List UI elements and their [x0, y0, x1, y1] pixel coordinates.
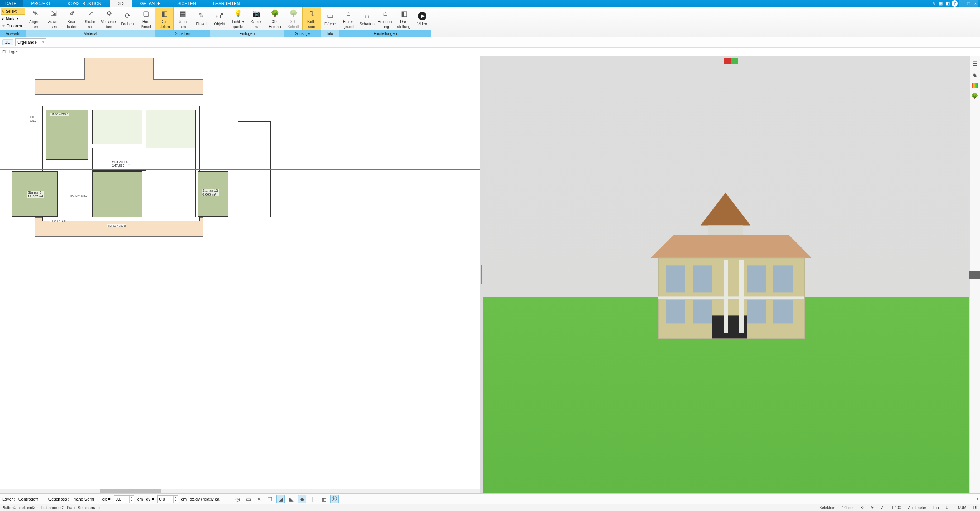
furniture-icon[interactable]: ♞	[971, 71, 979, 79]
room-label: Stanza 519,803 m²	[27, 191, 44, 198]
tool-icon[interactable]: ✎	[931, 0, 937, 7]
group-material: Material	[26, 30, 155, 36]
sonstige-button-0[interactable]: 🌳3D-Schnitt	[284, 7, 302, 30]
button-label: sen	[51, 25, 57, 29]
stack-icon[interactable]: ❐	[266, 495, 274, 503]
svg-marker-2	[701, 192, 750, 225]
abgrei-icon: ✎	[30, 9, 40, 19]
selection-column: ⬉Selekt ✔Mark.▾ ＋Optionen	[0, 7, 26, 30]
layer-label: Layer :	[2, 497, 15, 501]
sonstige-button-1[interactable]: ⇅Kolli-sion	[302, 7, 321, 30]
terrain-select[interactable]: Urgelände	[15, 38, 46, 46]
button-label: Kame-	[251, 20, 262, 24]
hinter-icon: ⌂	[344, 9, 354, 19]
button-label: tung	[382, 25, 389, 29]
material-button-4[interactable]: ✥Verschie-ben	[100, 7, 118, 30]
status-y: Y:	[871, 506, 874, 510]
room-label: Stanza 14147,857 m²	[111, 160, 131, 168]
floorplan-pane[interactable]: Stanza 14147,857 m² Stanza 519,803 m² St…	[0, 56, 480, 493]
north-icon[interactable]: Ⓝ	[330, 495, 339, 503]
menu-3d[interactable]: 3D	[110, 0, 132, 7]
einstellungen-button-2[interactable]: ⌂Beleuch-tung	[376, 7, 395, 30]
tree-icon[interactable]: 🌳	[971, 92, 979, 100]
schatten-icon: ⌂	[362, 11, 372, 21]
schatten-button-1[interactable]: ▤Rech-nen	[174, 7, 192, 30]
material-button-0[interactable]: ✎Abgrei-fen	[26, 7, 45, 30]
tool-icon[interactable]: ◧	[945, 0, 951, 7]
3d-view-pane[interactable]	[483, 56, 980, 493]
einfuegen-button-0[interactable]: 🛋Objekt	[210, 7, 229, 30]
material-button-3[interactable]: ⤢Skalie-ren	[81, 7, 100, 30]
status-rf: RF	[973, 506, 978, 510]
menu-projekt[interactable]: PROJEKT	[23, 0, 59, 7]
svg-rect-14	[773, 300, 793, 323]
schatten-button-2[interactable]: ✎Pinsel	[192, 7, 210, 30]
view-mode-3d[interactable]: 3D	[2, 39, 13, 45]
menu-konstruktion[interactable]: KONSTRUKTION	[59, 0, 109, 7]
shade2-icon[interactable]: ◣	[287, 495, 296, 503]
schatten-button-0[interactable]: ◧Dar-stellen	[155, 7, 174, 30]
close-icon[interactable]: ×	[972, 0, 978, 7]
relative-select[interactable]: dx,dy (relativ ka	[190, 497, 228, 501]
licht-icon: 💡	[233, 9, 243, 19]
button-label: stellen	[159, 25, 170, 29]
material-button-1[interactable]: ⇲Zuwei-sen	[45, 7, 63, 30]
dim-label: HARC = 260,0	[107, 224, 126, 227]
button-label: ra	[255, 25, 258, 29]
dx-input[interactable]: 0,0▲▼	[114, 495, 134, 503]
floorplan-canvas[interactable]: Stanza 14147,857 m² Stanza 519,803 m² St…	[0, 56, 480, 489]
button-label: Pinsel	[196, 22, 206, 26]
3d-viewport[interactable]	[483, 56, 980, 493]
button-label: Rech-	[178, 20, 188, 24]
einstellungen-button-4[interactable]: Video	[413, 7, 431, 30]
layers-icon[interactable]: ☰	[971, 60, 979, 68]
mark-button[interactable]: ✔Mark.▾	[1, 15, 25, 22]
einfuegen-button-3[interactable]: 🌳3D-Bitmap	[266, 7, 284, 30]
dy-input[interactable]: 0,0▲▼	[157, 495, 178, 503]
kolli-icon: ⇅	[307, 9, 317, 19]
tool-icon[interactable]: ▦	[938, 0, 944, 7]
button-label: Abgrei-	[29, 20, 41, 24]
colors-icon[interactable]	[972, 83, 978, 88]
button-label: Video	[417, 22, 427, 26]
guide-line	[0, 169, 480, 170]
status-bar: Platte <Unbekannt> L=Piattaforme G=Piano…	[0, 504, 980, 511]
minimize-icon[interactable]: –	[959, 0, 965, 7]
select-button[interactable]: ⬉Selekt	[1, 8, 25, 15]
grid-icon[interactable]: ▦	[319, 495, 328, 503]
geschoss-select[interactable]: Piano Semi	[73, 497, 99, 501]
palette-handle[interactable]	[969, 271, 980, 279]
more-icon[interactable]: ⋮	[341, 495, 349, 503]
einstellungen-button-3[interactable]: ◧Dar-stellung	[395, 7, 413, 30]
options-button[interactable]: ＋Optionen	[1, 22, 25, 29]
screen-icon[interactable]: ▭	[244, 495, 253, 503]
einstellungen-button-0[interactable]: ⌂Hinter-grund	[339, 7, 358, 30]
button-label: quelle	[233, 25, 243, 29]
einfuegen-button-1[interactable]: 💡Licht- ▾quelle	[229, 7, 247, 30]
material-button-5[interactable]: ⟳Drehen	[118, 7, 137, 30]
scrollbar-horizontal[interactable]	[0, 489, 480, 493]
help-icon[interactable]: ?	[952, 0, 958, 7]
dim-label: 100,0	[29, 116, 37, 118]
einfuegen-button-2[interactable]: 📷Kame-ra	[247, 7, 266, 30]
button-label: Schnitt	[288, 25, 299, 29]
svg-rect-7	[666, 265, 685, 292]
shade1-icon[interactable]: ◢	[276, 495, 285, 503]
menu-datei[interactable]: DATEI	[0, 0, 23, 7]
material-button-2[interactable]: ✐Bear-beiten	[63, 7, 81, 30]
shade3-icon[interactable]: ◆	[298, 495, 306, 503]
menu-gelaende[interactable]: GELÄNDE	[132, 0, 169, 7]
info-button-0[interactable]: ▭Fläche	[321, 7, 339, 30]
status-uf: UF	[946, 506, 951, 510]
clock-icon[interactable]: ◷	[233, 495, 242, 503]
menu-sichten[interactable]: SICHTEN	[169, 0, 204, 7]
menu-bearbeiten[interactable]: BEARBEITEN	[205, 0, 248, 7]
einstellungen-button-1[interactable]: ⌂Schatten	[358, 7, 376, 30]
button-label: Fläche	[324, 22, 336, 26]
camera-icon[interactable]: ✴	[255, 495, 263, 503]
layer-select[interactable]: Controsoffi	[18, 497, 45, 501]
material-button-6[interactable]: ▢Hin.Pinsel	[137, 7, 155, 30]
maximize-icon[interactable]: □	[965, 0, 972, 7]
status-num: NUM	[958, 506, 967, 510]
workspace: Stanza 14147,857 m² Stanza 519,803 m² St…	[0, 56, 980, 493]
